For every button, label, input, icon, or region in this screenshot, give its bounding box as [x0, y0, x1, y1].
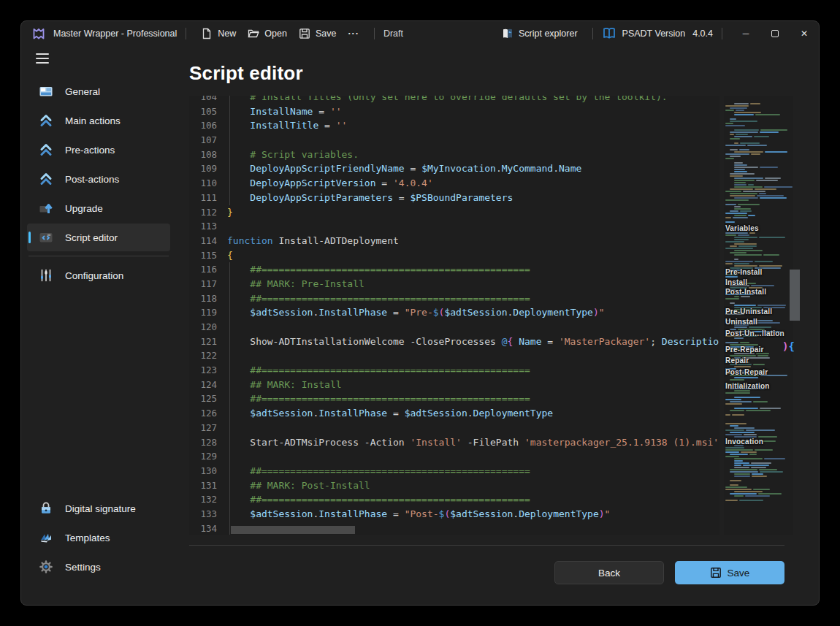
more-options-button[interactable]: ··· — [342, 26, 365, 42]
code-line: 131 ## MARK: Post-Install — [189, 478, 719, 493]
sidebar-item-upgrade[interactable]: Upgrade — [27, 194, 170, 222]
indent-guide — [229, 291, 230, 306]
minimap-code-row — [725, 221, 735, 223]
indent-guide — [229, 104, 230, 119]
minimap-code-row — [725, 451, 757, 453]
selected-indicator — [28, 232, 31, 243]
minimap-code-row — [725, 125, 745, 126]
titlebar-separator — [722, 28, 722, 39]
code-line: 132 ##==================================… — [189, 492, 719, 507]
app-identity: Master Wrapper - Professional — [31, 26, 177, 41]
minimize-button[interactable]: ─ — [731, 21, 760, 46]
hamburger-menu-button[interactable] — [36, 53, 49, 64]
sidebar-item-main-actions[interactable]: Main actions — [27, 107, 170, 134]
code-line: 106 InstallTitle = '' — [189, 118, 719, 133]
indent-guide — [229, 421, 230, 435]
save-toolbar-button[interactable]: Save — [293, 25, 343, 42]
maximize-button[interactable] — [760, 21, 790, 46]
minimap-code-row — [734, 427, 755, 429]
minimap-code-row — [725, 486, 747, 488]
ellipsis-icon: ··· — [348, 28, 359, 39]
minimap-scrollbar-thumb[interactable] — [790, 270, 800, 321]
sidebar-item-settings[interactable]: Settings — [27, 553, 170, 581]
minimap-code-row — [730, 252, 747, 253]
sidebar-item-script-editor[interactable]: Script editor — [27, 224, 170, 251]
sidebar-item-digital-signature[interactable]: Digital signature — [27, 495, 170, 522]
lock-icon — [39, 501, 53, 516]
sidebar-item-pre-actions[interactable]: Pre-actions — [27, 136, 170, 164]
code-token: . — [553, 163, 559, 174]
sliders-icon — [39, 268, 53, 283]
code-line: 112} — [189, 205, 719, 220]
code-token: $adtSession — [250, 408, 313, 419]
code-token: ; — [650, 336, 662, 347]
code-token: function — [227, 235, 273, 246]
indent-guide — [229, 522, 230, 535]
minimap-code-row — [725, 500, 763, 501]
minimap-code-row — [734, 265, 782, 267]
minimap-section-label: Uninstall — [725, 318, 757, 326]
minimap-code-row — [725, 204, 760, 205]
indent-guide — [229, 348, 230, 363]
indent-guide — [229, 464, 230, 478]
sidebar-item-label: Upgrade — [65, 203, 103, 214]
code-line: 110 DeployAppScriptVersion = '4.0.4' — [189, 176, 719, 191]
code-line: 113 — [189, 219, 719, 234]
minimap-code-row — [725, 447, 744, 448]
code-token: = — [387, 307, 404, 318]
code-editor[interactable]: 104 # Install Titles (Only set here to o… — [189, 96, 719, 535]
code-line: 107 — [189, 133, 719, 148]
sidebar-item-configuration[interactable]: Configuration — [27, 262, 170, 289]
line-number: 105 — [189, 104, 217, 119]
save-button[interactable]: Save — [675, 561, 784, 584]
minimap-section-label: Invocation — [725, 438, 763, 446]
minimap-code-row — [730, 118, 736, 120]
back-label: Back — [598, 568, 620, 579]
code-token: . — [467, 408, 473, 419]
minimap-section-label: Post-Repair — [725, 368, 768, 376]
minimap-code-row — [734, 462, 771, 464]
line-number: 117 — [189, 277, 217, 291]
script-explorer-button[interactable]: Script explorer — [496, 25, 584, 42]
minimap-code-row — [734, 103, 760, 104]
sidebar-item-general[interactable]: General — [27, 77, 170, 105]
minimap-code-row — [725, 217, 748, 218]
indent-guide — [229, 392, 230, 406]
indent-guide — [229, 406, 230, 421]
code-line: 129 — [189, 449, 719, 464]
minimap-code-row — [725, 105, 749, 107]
close-button[interactable]: ✕ — [790, 21, 819, 46]
minimap-code-row — [730, 471, 783, 473]
minimap-code-row — [730, 469, 777, 470]
sidebar-item-label: Script editor — [65, 232, 118, 243]
minimap-code-row — [730, 175, 743, 177]
sidebar-separator — [28, 256, 169, 256]
indent-guide — [229, 161, 230, 176]
sidebar-item-templates[interactable]: Templates — [27, 524, 170, 551]
titlebar-separator — [374, 28, 375, 39]
minimap-code-row — [734, 408, 781, 409]
open-button[interactable]: Open — [242, 25, 293, 42]
code-token: Install-ADTDeployment — [273, 235, 399, 246]
indent-guide — [229, 305, 230, 320]
horizontal-scrollbar-thumb[interactable] — [231, 526, 355, 534]
minimap[interactable]: VariablesPre-InstallInstallPost-InstallP… — [724, 96, 793, 535]
indent-guide — [229, 118, 230, 133]
upgrade-arrow-icon — [39, 201, 53, 215]
sidebar-item-post-actions[interactable]: Post-actions — [27, 165, 170, 193]
code-line: 124 ## MARK: Install — [189, 378, 719, 392]
code-token: ) — [599, 508, 605, 519]
code-line: 133 $adtSession.InstallPhase = "Post-$($… — [189, 507, 719, 522]
new-button[interactable]: New — [195, 25, 242, 42]
minimap-code-row — [730, 480, 741, 481]
code-line: 127 — [189, 421, 719, 435]
code-token: = — [318, 120, 335, 131]
line-number: 130 — [189, 464, 217, 478]
line-number: 129 — [189, 449, 217, 464]
indent-guide — [229, 133, 230, 148]
psadt-version-area: PSADT Version 4.0.4 — [602, 26, 713, 41]
minimap-code-row — [730, 138, 740, 140]
code-token: InstallName — [250, 106, 313, 117]
minimap-code-row — [734, 142, 760, 144]
back-button[interactable]: Back — [554, 561, 664, 584]
